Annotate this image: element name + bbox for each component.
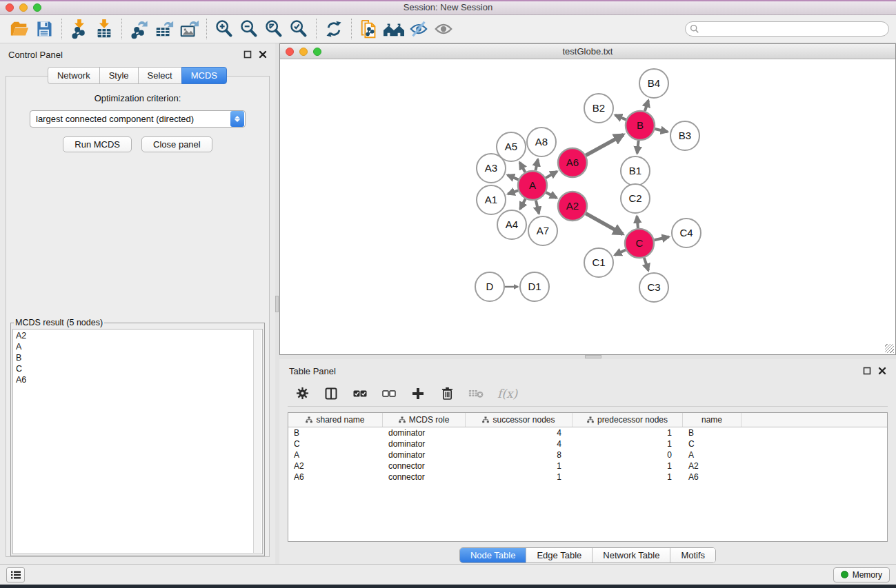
graph-edge-C-C1[interactable] [615,250,626,255]
delete-column-button[interactable] [439,386,455,401]
result-item[interactable]: A2 [16,330,251,341]
task-history-button[interactable] [6,567,25,582]
tab-network-table[interactable]: Network Table [593,548,670,562]
graph-edge-B-B1[interactable] [637,141,639,153]
run-mcds-button[interactable]: Run MCDS [63,136,132,152]
show-hide-button[interactable] [431,17,456,41]
graph-node-A1[interactable]: A1 [477,185,506,214]
graph-edge-A-A7[interactable] [536,200,539,213]
resize-grip[interactable] [885,344,894,353]
graph-node-C1[interactable]: C1 [584,248,613,277]
open-session-file-button[interactable] [7,17,32,41]
float-panel-icon[interactable] [243,50,252,59]
graph-node-A4[interactable]: A4 [497,210,526,239]
graph-edge-B-B2[interactable] [615,115,626,120]
network-window-titlebar[interactable]: testGlobe.txt [280,44,895,59]
graph-node-C3[interactable]: C3 [639,273,668,302]
zoom-in-button[interactable] [212,17,237,41]
table-row[interactable]: Bdominator41B [288,427,887,438]
show-column-button[interactable] [323,386,339,401]
tab-network[interactable]: Network [48,67,100,84]
graph-edge-C-C3[interactable] [644,258,648,271]
refresh-view-button[interactable] [321,17,346,41]
graph-node-B[interactable]: B [626,111,655,140]
graph-node-C2[interactable]: C2 [621,184,650,213]
graph-node-C[interactable]: C [625,229,654,258]
graph-edge-A-A4[interactable] [520,199,526,209]
tab-style[interactable]: Style [99,67,139,84]
splitter-handle[interactable] [585,355,601,358]
graph-node-A6[interactable]: A6 [558,148,587,177]
search-input[interactable] [699,24,884,34]
graph-node-B2[interactable]: B2 [584,94,613,123]
zoom-fit-button[interactable] [261,17,286,41]
network-file-button[interactable] [357,17,381,41]
home-button[interactable] [381,17,406,41]
graph-edge-A2-C[interactable] [586,214,623,234]
create-column-button[interactable] [410,386,426,401]
export-image-button[interactable] [177,17,201,41]
column-header-shared-name[interactable]: shared name [288,413,383,427]
table-row[interactable]: Adominator80A [288,449,887,460]
graph-edge-C-C2[interactable] [637,216,638,228]
table-row[interactable]: A2connector11A2 [288,460,887,472]
vizmapper-toggle-button[interactable] [406,17,431,41]
result-item[interactable]: A6 [16,374,251,385]
vertical-splitter[interactable] [275,43,279,564]
graph-edge-A-A3[interactable] [508,175,519,180]
network-canvas[interactable]: AA1A2A3A4A5A6A7A8BB1B2B3B4CC1C2C3C4DD1 [280,59,895,354]
graph-node-A[interactable]: A [518,171,547,200]
window-titlebar[interactable]: Session: New Session [0,0,896,15]
graph-node-A5[interactable]: A5 [497,132,526,161]
graph-node-B1[interactable]: B1 [621,156,650,185]
horizontal-splitter[interactable] [279,355,896,359]
column-header-name[interactable]: name [683,413,741,427]
graph-node-D1[interactable]: D1 [520,272,549,301]
minimize-window-button[interactable] [19,3,28,12]
network-zoom-button[interactable] [313,48,321,56]
graph-node-C4[interactable]: C4 [672,219,701,247]
table-row[interactable]: A6connector11A6 [288,472,887,483]
graph-node-A8[interactable]: A8 [527,128,556,156]
graph-node-D[interactable]: D [475,272,504,301]
graph-node-B3[interactable]: B3 [670,121,699,150]
unselect-all-columns-button[interactable] [381,386,397,401]
graph-edge-A6-B[interactable] [586,134,624,155]
graph-edge-A-A2[interactable] [546,192,557,198]
delete-table-button[interactable] [468,386,484,401]
graph-node-A2[interactable]: A2 [558,192,587,221]
close-panel-button[interactable]: Close panel [141,136,212,152]
import-network-button[interactable] [67,17,92,41]
graph-edge-A-A6[interactable] [546,172,557,178]
result-list-scrollbar[interactable] [253,330,261,553]
graph-edge-A-A8[interactable] [535,159,537,170]
zoom-out-button[interactable] [237,17,261,41]
result-item[interactable]: A [16,341,251,352]
close-panel-icon[interactable] [878,367,886,375]
splitter-handle[interactable] [275,296,279,312]
tab-node-table[interactable]: Node Table [460,548,527,562]
tab-select[interactable]: Select [138,67,182,84]
float-panel-icon[interactable] [863,367,871,375]
memory-button[interactable]: Memory [833,567,890,582]
column-header-predecessor-nodes[interactable]: predecessor nodes [573,413,683,427]
mcds-result-list[interactable]: A2ABCA6 [12,329,263,554]
select-all-columns-button[interactable] [352,386,368,401]
search-box[interactable] [685,21,889,37]
function-builder-button[interactable]: f(x) [497,387,517,401]
export-network-button[interactable] [127,17,152,41]
save-session-button[interactable] [32,17,57,41]
graph-edge-B-B3[interactable] [655,129,667,132]
result-item[interactable]: B [16,352,251,363]
column-header-mcds-role[interactable]: MCDS role [383,413,466,427]
network-minimize-button[interactable] [299,48,308,56]
import-table-button[interactable] [92,17,117,41]
table-row[interactable]: Cdominator41C [288,438,887,449]
graph-edge-A-A5[interactable] [519,163,525,172]
table-settings-button[interactable] [295,386,310,401]
graph-edge-B-B4[interactable] [645,101,648,112]
tab-mcds[interactable]: MCDS [181,67,227,84]
close-window-button[interactable] [6,3,14,12]
graph-node-A7[interactable]: A7 [528,216,557,245]
graph-edge-A-A1[interactable] [508,190,518,194]
